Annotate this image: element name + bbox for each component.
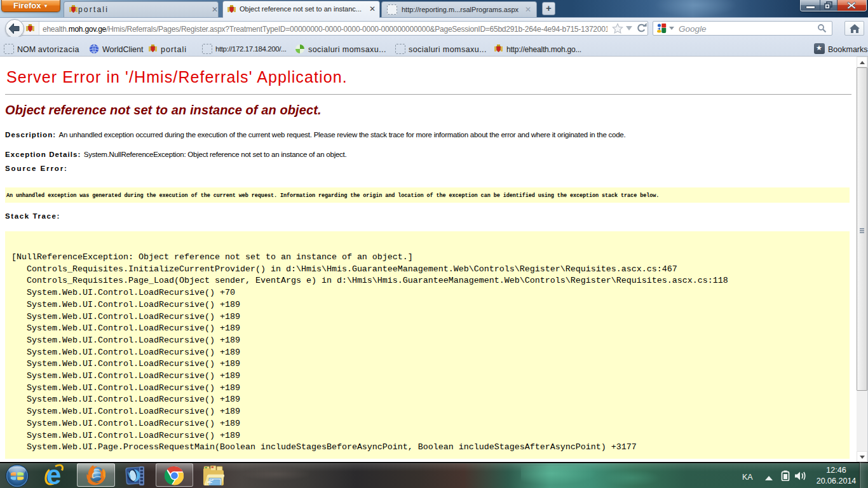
svg-text:e: e: [46, 464, 61, 487]
